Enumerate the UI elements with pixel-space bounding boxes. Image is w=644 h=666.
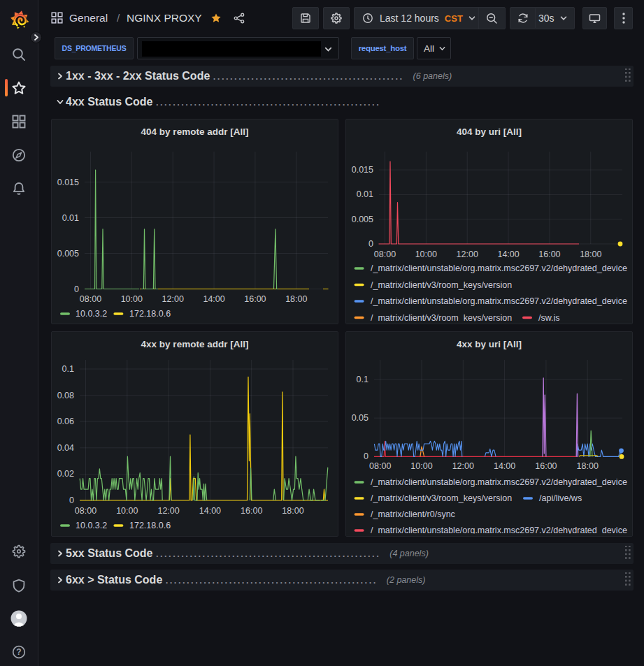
svg-text:0.005: 0.005	[352, 215, 373, 224]
svg-text:12:00: 12:00	[162, 294, 184, 304]
svg-text:172.18.0.6: 172.18.0.6	[129, 309, 171, 319]
svg-text:/_matrix/client/unstable/org.m: /_matrix/client/unstable/org.matrix.msc2…	[371, 263, 627, 273]
svg-text:14:00: 14:00	[203, 294, 224, 304]
svg-text:0.1: 0.1	[62, 364, 74, 374]
svg-text:0: 0	[74, 284, 79, 294]
svg-text:0: 0	[368, 239, 373, 249]
svg-text:0.1: 0.1	[357, 375, 368, 384]
svg-text:0.01: 0.01	[62, 213, 79, 223]
svg-text:14:00: 14:00	[497, 249, 519, 259]
svg-text:12:00: 12:00	[452, 461, 474, 471]
svg-text:0.08: 0.08	[57, 391, 74, 400]
svg-text:08:00: 08:00	[369, 461, 391, 471]
svg-text:0.06: 0.06	[57, 417, 74, 426]
svg-text:0: 0	[69, 495, 74, 505]
svg-text:0.015: 0.015	[352, 165, 373, 175]
svg-text:16:00: 16:00	[244, 294, 266, 304]
svg-text:12:00: 12:00	[157, 506, 179, 516]
svg-text:/_matrix/client/v3/room_keys/v: /_matrix/client/v3/room_keys/version	[371, 493, 512, 503]
svg-text:10.0.3.2: 10.0.3.2	[76, 309, 107, 319]
svg-text:16:00: 16:00	[538, 249, 560, 259]
svg-text:0.02: 0.02	[57, 469, 74, 479]
svg-text:14:00: 14:00	[199, 506, 221, 516]
svg-text:18:00: 18:00	[285, 294, 307, 304]
svg-text:0.01: 0.01	[357, 189, 373, 199]
svg-text:/_matrix/client/unstable/org.m: /_matrix/client/unstable/org.matrix.msc2…	[371, 477, 627, 487]
svg-text:18:00: 18:00	[580, 249, 601, 259]
svg-text:/api/live/ws: /api/live/ws	[539, 493, 582, 503]
svg-text:0.05: 0.05	[352, 413, 368, 423]
svg-text:14:00: 14:00	[494, 461, 515, 471]
svg-text:10.0.3.2: 10.0.3.2	[76, 521, 107, 530]
svg-text:/_matrix/client/v3/room_keys/v: /_matrix/client/v3/room_keys/version	[371, 280, 512, 290]
svg-text:12:00: 12:00	[457, 249, 478, 259]
svg-text:10:00: 10:00	[415, 249, 437, 259]
svg-text:/_matrix/client/unstable/org.m: /_matrix/client/unstable/org.matrix.msc2…	[371, 296, 627, 306]
svg-text:16:00: 16:00	[535, 461, 557, 471]
svg-text:16:00: 16:00	[241, 506, 262, 516]
svg-text:0.005: 0.005	[57, 249, 79, 259]
svg-text:18:00: 18:00	[282, 506, 303, 516]
svg-text:08:00: 08:00	[80, 294, 101, 304]
svg-text:08:00: 08:00	[374, 249, 396, 259]
svg-text:08:00: 08:00	[75, 506, 96, 516]
svg-text:10:00: 10:00	[116, 506, 138, 516]
svg-text:10:00: 10:00	[121, 294, 143, 304]
svg-text:18:00: 18:00	[577, 461, 599, 471]
svg-text:172.18.0.6: 172.18.0.6	[129, 521, 171, 530]
svg-text:/_matrix/client/r0/sync: /_matrix/client/r0/sync	[371, 509, 455, 519]
svg-text:0.015: 0.015	[57, 178, 79, 187]
svg-text:0: 0	[364, 451, 368, 461]
svg-text:10:00: 10:00	[410, 461, 432, 471]
svg-text:?: ?	[16, 647, 21, 657]
svg-text:0.04: 0.04	[57, 443, 74, 453]
